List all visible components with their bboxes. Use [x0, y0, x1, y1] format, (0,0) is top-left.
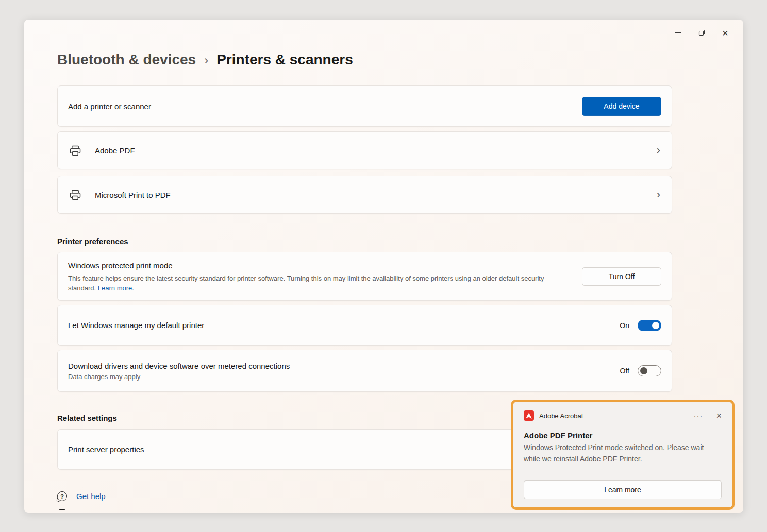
metered-toggle-group: Off [620, 365, 661, 376]
toggle-state-label: Off [620, 367, 629, 375]
adobe-acrobat-notification: Adobe Acrobat ··· × Adobe PDF Printer Wi… [513, 402, 732, 507]
page-title: Printers & scanners [216, 52, 353, 68]
printer-name: Adobe PDF [95, 146, 135, 155]
adobe-acrobat-icon [524, 410, 534, 421]
protected-print-description: This feature helps ensure the latest sec… [68, 273, 558, 293]
get-help-icon: ? [57, 491, 67, 501]
restore-icon [698, 29, 705, 36]
notification-app-name: Adobe Acrobat [539, 412, 583, 420]
printer-row-microsoft-print-to-pdf[interactable]: Microsoft Print to PDF › [57, 176, 672, 214]
printer-name: Microsoft Print to PDF [95, 191, 171, 199]
add-printer-label: Add a printer or scanner [68, 102, 151, 111]
protected-print-title: Windows protected print mode [68, 261, 661, 270]
protected-print-card: Windows protected print mode This featur… [57, 252, 672, 301]
printer-icon [69, 145, 81, 156]
printer-icon [69, 190, 81, 200]
default-printer-toggle-group: On [620, 320, 661, 331]
close-button[interactable]: × [713, 24, 737, 41]
printer-row-adobe-pdf[interactable]: Adobe PDF › [57, 131, 672, 169]
close-icon: × [722, 27, 728, 38]
chevron-right-icon: › [657, 189, 660, 200]
section-heading-related-settings: Related settings [57, 414, 117, 422]
toggle-knob [640, 367, 647, 374]
add-device-button[interactable]: Add device [582, 97, 661, 116]
notification-header: Adobe Acrobat ··· × [524, 410, 722, 421]
metered-connections-card: Download drivers and device software ove… [57, 350, 672, 392]
settings-window: × Bluetooth & devices › Printers & scann… [24, 20, 743, 513]
metered-subtitle: Data charges may apply [68, 373, 290, 381]
add-printer-card: Add a printer or scanner Add device [57, 85, 672, 127]
learn-more-link[interactable]: Learn more. [98, 284, 134, 292]
get-help-link[interactable]: Get help [76, 492, 106, 501]
notification-actions: ··· × [693, 411, 722, 420]
minimize-icon [675, 32, 681, 33]
more-options-icon[interactable]: ··· [693, 411, 703, 420]
default-printer-card: Let Windows manage my default printer On [57, 305, 672, 346]
default-printer-toggle[interactable] [638, 320, 661, 331]
notification-close-icon[interactable]: × [716, 411, 722, 420]
notification-title: Adobe PDF Printer [524, 431, 722, 440]
minimize-button[interactable] [666, 24, 690, 41]
notification-learn-more-button[interactable]: Learn more [524, 480, 722, 499]
notification-highlight-box: Adobe Acrobat ··· × Adobe PDF Printer Wi… [511, 400, 735, 510]
metered-text-block: Download drivers and device software ove… [68, 362, 290, 381]
default-printer-title: Let Windows manage my default printer [68, 321, 204, 330]
metered-title: Download drivers and device software ove… [68, 362, 290, 370]
breadcrumb-separator-icon: › [204, 52, 208, 67]
breadcrumb: Bluetooth & devices › Printers & scanner… [57, 52, 353, 68]
metered-toggle[interactable] [638, 365, 661, 376]
maximize-button[interactable] [690, 24, 713, 41]
give-feedback-icon [59, 509, 65, 513]
notification-body: Windows Protected Print mode switched on… [524, 442, 722, 465]
print-server-properties-label: Print server properties [68, 445, 144, 454]
breadcrumb-parent[interactable]: Bluetooth & devices [57, 52, 196, 68]
protected-print-description-text: This feature helps ensure the latest sec… [68, 274, 544, 292]
turn-off-button[interactable]: Turn Off [582, 267, 661, 286]
window-controls: × [666, 24, 737, 41]
get-help-row: ? Get help [57, 491, 106, 501]
toggle-knob [652, 322, 659, 329]
chevron-right-icon: › [657, 145, 660, 156]
toggle-state-label: On [620, 321, 629, 330]
section-heading-printer-preferences: Printer preferences [57, 237, 128, 246]
